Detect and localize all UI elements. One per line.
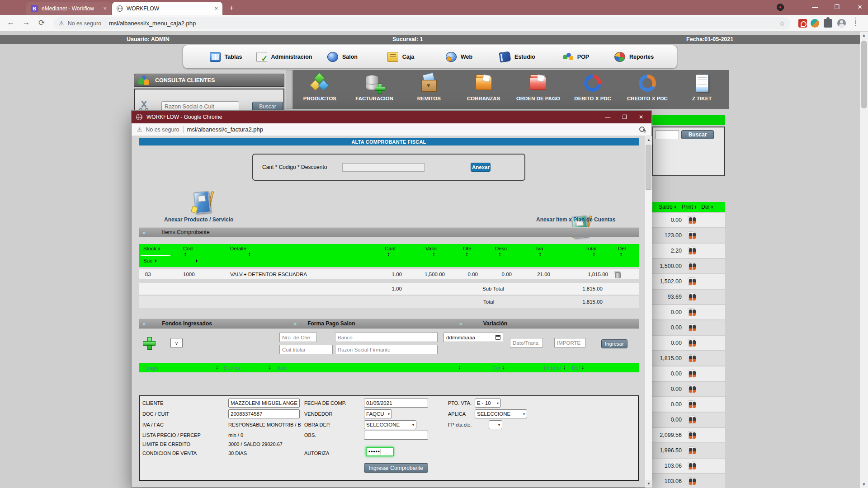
sort-icon[interactable]	[539, 252, 556, 256]
sort-icon[interactable]	[694, 205, 697, 209]
menu-item-pop[interactable]: POP	[547, 52, 605, 62]
extensions-puzzle-icon[interactable]	[824, 19, 832, 28]
scroll-up-icon[interactable]: ▲	[645, 136, 652, 144]
close-tab-icon[interactable]: ×	[103, 5, 107, 11]
menu-item-salon[interactable]: Salon	[313, 52, 372, 62]
anexar-button[interactable]: Anexar	[471, 163, 491, 172]
scroll-up-icon[interactable]: ▲	[860, 32, 868, 39]
print-icon[interactable]	[688, 216, 697, 224]
side-search-input[interactable]	[656, 130, 679, 139]
sort-icon[interactable]	[711, 205, 713, 209]
anexar-producto-icon[interactable]	[192, 190, 214, 215]
sort-icon[interactable]	[620, 252, 639, 256]
doc-cuit-input[interactable]	[228, 409, 300, 418]
print-icon[interactable]	[688, 293, 697, 301]
fecha-cheque-input[interactable]: dd/mm/aaaa	[443, 333, 503, 342]
vendedor-select[interactable]: FAQCU▾	[364, 409, 392, 418]
sort-icon[interactable]	[184, 252, 213, 256]
sort-icon[interactable]	[502, 366, 505, 370]
fp-ctacte-select[interactable]: ▾	[489, 420, 502, 429]
record-indicator-icon[interactable]	[777, 4, 784, 11]
sort-icon[interactable]	[216, 366, 218, 370]
menu-item-reportes[interactable]: Reportes	[605, 52, 663, 62]
ingresar-button[interactable]: Ingresar	[601, 339, 627, 348]
sort-icon[interactable]	[158, 247, 160, 251]
toolbar-item-facturacion[interactable]: FACTURACION	[347, 70, 402, 109]
sort-icon[interactable]	[674, 205, 676, 209]
sort-icon[interactable]	[433, 252, 450, 256]
popup-close-button[interactable]: ✕	[639, 114, 643, 120]
popup-title-bar[interactable]: WORKFLOW - Google Chrome — ❐ ✕	[132, 111, 651, 123]
print-icon[interactable]	[688, 478, 697, 485]
forward-icon[interactable]: →	[21, 18, 32, 27]
scrollbar-thumb[interactable]	[861, 41, 867, 108]
quick-add-input[interactable]	[342, 163, 425, 172]
sort-icon[interactable]	[269, 366, 271, 370]
tab-emedianet[interactable]: B eMedianet - Workflow ×	[26, 2, 111, 15]
obs-input[interactable]	[364, 431, 428, 440]
window-maximize-button[interactable]: ❐	[833, 4, 841, 10]
profile-avatar[interactable]	[837, 19, 846, 28]
popup-minimize-button[interactable]: —	[605, 114, 610, 120]
print-icon[interactable]	[688, 263, 697, 270]
popup-maximize-button[interactable]: ❐	[622, 114, 627, 120]
anexar-plan-cuentas-link[interactable]: Anexar Item x Plan de Cuentas	[536, 216, 615, 223]
print-icon[interactable]	[688, 447, 697, 455]
back-icon[interactable]: ←	[5, 18, 16, 27]
toolbar-item-cobranzas[interactable]: COBRANZAS	[456, 70, 511, 109]
anexar-producto-link[interactable]: Anexar Producto / Servicio	[164, 216, 233, 223]
pto-vta-select[interactable]: E - 10▾	[475, 399, 501, 408]
ingresar-comprobante-button[interactable]: Ingresar Comprobante	[364, 463, 428, 473]
print-icon[interactable]	[688, 247, 697, 255]
bookmark-star-icon[interactable]: ☆	[779, 20, 785, 27]
cuit-titular-input[interactable]	[279, 345, 333, 354]
side-buscar-button[interactable]: Buscar	[681, 130, 714, 139]
toolbar-item-credito-x-pdc[interactable]: CREDITO X PDC	[620, 70, 675, 109]
sort-icon[interactable]	[581, 366, 584, 370]
window-close-button[interactable]: ✕	[856, 4, 864, 10]
print-icon[interactable]	[688, 385, 697, 393]
menu-item-estudio[interactable]: Estudio	[488, 52, 547, 62]
nro-cheque-input[interactable]	[279, 333, 317, 342]
banco-input[interactable]	[335, 333, 438, 342]
print-icon[interactable]	[688, 462, 697, 470]
sort-icon[interactable]	[499, 252, 517, 256]
col-saldo[interactable]: Saldo	[659, 204, 676, 210]
sort-icon[interactable]	[593, 252, 610, 256]
aplica-select[interactable]: SELECCIONE▾	[475, 409, 527, 418]
razon-social-firmante-input[interactable]	[335, 345, 438, 354]
new-tab-button[interactable]: +	[227, 4, 236, 13]
toolbar-item-orden-de-pago[interactable]: ORDEN DE PAGO	[511, 70, 566, 109]
calendar-icon[interactable]	[495, 335, 500, 340]
popup-address-bar[interactable]: ⚠ No es seguro msi/albanessi/c_factura2.…	[132, 123, 651, 136]
print-icon[interactable]	[688, 339, 697, 347]
sort-icon[interactable]	[458, 366, 461, 370]
toolbar-item-z-tiket[interactable]: Z TIKET	[675, 70, 729, 109]
popup-scrollbar[interactable]: ▲ ▼	[645, 136, 652, 488]
pdf-extension-icon[interactable]	[798, 19, 807, 28]
panel-divider[interactable]	[286, 70, 292, 109]
sort-icon[interactable]	[387, 252, 407, 256]
extension-icon[interactable]	[811, 19, 819, 28]
scrollbar-thumb[interactable]	[646, 145, 651, 190]
menu-item-web[interactable]: Web	[430, 52, 488, 62]
print-icon[interactable]	[688, 401, 697, 408]
print-icon[interactable]	[688, 355, 697, 362]
scroll-down-icon[interactable]: ▼	[645, 480, 652, 488]
payment-type-select[interactable]: v	[170, 338, 183, 348]
menu-item-tablas[interactable]: Tablas	[197, 52, 255, 62]
print-icon[interactable]	[688, 309, 697, 316]
col-del[interactable]: Del	[701, 204, 713, 210]
importe-input[interactable]	[554, 338, 585, 347]
tab-workflow[interactable]: WORKFLOW ×	[112, 2, 222, 15]
print-icon[interactable]	[688, 416, 697, 424]
sort-icon[interactable]	[195, 259, 198, 263]
print-icon[interactable]	[688, 324, 697, 332]
window-minimize-button[interactable]: —	[811, 4, 819, 10]
autoriza-password-input[interactable]: •••••	[366, 447, 394, 456]
sort-icon[interactable]	[563, 366, 566, 370]
add-payment-icon[interactable]	[143, 337, 155, 349]
toolbar-item-remitos[interactable]: REMITOS	[402, 70, 457, 109]
sort-icon[interactable]	[155, 259, 157, 263]
fecha-comp-input[interactable]	[364, 399, 428, 408]
